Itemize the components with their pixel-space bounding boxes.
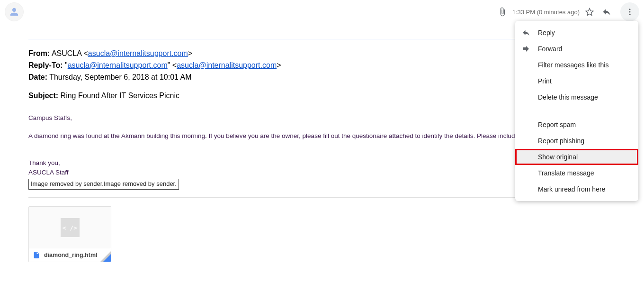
star-icon[interactable]	[582, 5, 597, 19]
timestamp-area: 1:33 PM (0 minutes ago)	[495, 2, 639, 21]
attachment-icon	[495, 5, 510, 19]
menu-item-label: Translate message	[538, 169, 594, 177]
date-value: Thursday, September 6, 2018 at 10:01 AM	[49, 73, 191, 81]
menu-item-label: Report spam	[538, 121, 576, 128]
file-icon	[33, 251, 40, 259]
menu-item-reply[interactable]: Reply	[515, 25, 638, 41]
attachment-fold-icon	[103, 254, 111, 262]
reply-icon[interactable]	[599, 5, 614, 19]
attachment-card[interactable]: < /> diamond_ring.html	[28, 206, 111, 262]
menu-item-mark-unread[interactable]: Mark unread from here	[515, 181, 638, 197]
svg-point-0	[629, 9, 631, 10]
date-label: Date:	[28, 73, 47, 81]
menu-item-label: Forward	[538, 45, 562, 53]
menu-item-filter[interactable]: Filter messages like this	[515, 57, 638, 73]
svg-point-2	[629, 14, 631, 15]
menu-item-label: Filter messages like this	[538, 61, 608, 69]
menu-item-forward[interactable]: Forward	[515, 41, 638, 57]
image-removed-notice: Image removed by sender.Image removed by…	[28, 179, 179, 190]
menu-item-print[interactable]: Print	[515, 73, 638, 89]
more-menu-button[interactable]	[620, 2, 639, 21]
menu-item-report-phishing[interactable]: Report phishing	[515, 133, 638, 149]
message-header: 1:33 PM (0 minutes ago)	[0, 0, 644, 24]
menu-item-label: Mark unread from here	[538, 185, 605, 193]
code-icon: < />	[61, 218, 80, 237]
forward-icon	[522, 45, 530, 53]
menu-item-label: Reply	[538, 29, 555, 37]
menu-item-label: Print	[538, 77, 552, 85]
reply-to-email-link[interactable]: asucla@internalitsupport.com	[177, 61, 277, 69]
menu-item-label: Report phishing	[538, 137, 584, 145]
from-name: ASUCLA	[52, 49, 81, 57]
subject-value: Ring Found After IT Services Picnic	[61, 92, 179, 100]
svg-point-1	[629, 11, 631, 13]
from-label: From:	[28, 49, 50, 57]
attachment-footer: diamond_ring.html	[29, 248, 111, 262]
menu-item-show-original[interactable]: Show original	[515, 149, 638, 165]
menu-item-label: Show original	[538, 153, 578, 161]
timestamp-text: 1:33 PM (0 minutes ago)	[512, 9, 580, 16]
from-email-link[interactable]: asucla@internalitsupport.com	[88, 49, 188, 57]
reply-to-name-link[interactable]: asucla@internalitsupport.com	[68, 61, 168, 69]
menu-item-translate[interactable]: Translate message	[515, 165, 638, 181]
menu-item-delete[interactable]: Delete this message	[515, 89, 638, 105]
attachment-name: diamond_ring.html	[44, 252, 98, 258]
subject-label: Subject:	[28, 92, 58, 100]
menu-item-report-spam[interactable]: Report spam	[515, 117, 638, 133]
attachment-preview: < />	[29, 207, 111, 248]
more-menu: Reply Forward Filter messages like this …	[515, 21, 638, 201]
person-icon	[9, 7, 19, 17]
menu-item-label: Delete this message	[538, 93, 598, 101]
menu-separator	[515, 105, 638, 117]
reply-to-label: Reply-To:	[28, 61, 63, 69]
avatar	[5, 2, 24, 21]
reply-icon	[522, 28, 530, 37]
